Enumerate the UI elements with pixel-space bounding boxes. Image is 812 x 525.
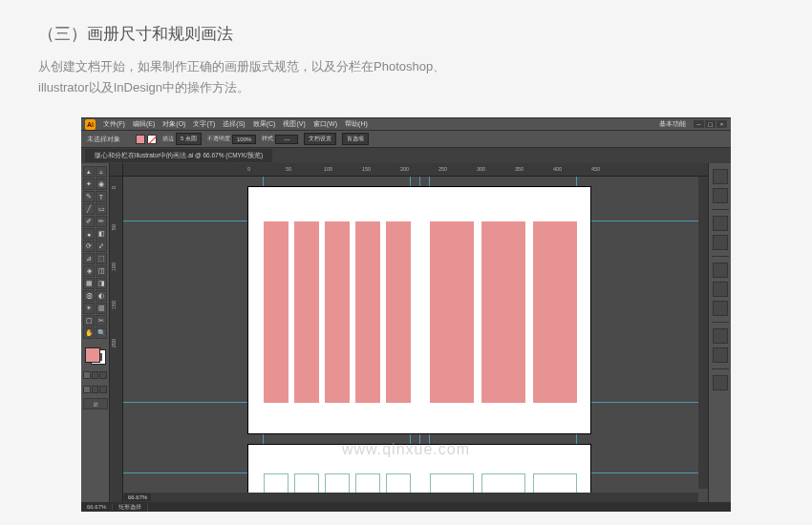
column-shape[interactable] (386, 221, 411, 403)
menu-type[interactable]: 文字(T) (193, 119, 215, 129)
stroke-control[interactable]: 描边 5 点圆 (162, 133, 202, 145)
color-panel-icon[interactable] (713, 169, 728, 184)
panels-dock (708, 163, 731, 502)
line-tool[interactable]: ╱ (83, 203, 95, 215)
gradient-tool[interactable]: ◨ (96, 278, 107, 289)
fill-swatch[interactable] (136, 135, 145, 144)
artboard-1[interactable] (247, 186, 591, 434)
tools-panel: ▴▵ ✦◉ ✎T ╱▭ ✐✏ ●◧ ⟳⤢ ⊿⬚ ◈◫ ▦◨ ⦿◐ ✶▥ ▢✂ ✋… (81, 163, 110, 502)
workspace-preset[interactable]: 基本功能 (659, 119, 686, 129)
vertical-ruler[interactable]: 0 50 100 150 200 (110, 177, 123, 502)
menu-file[interactable]: 文件(F) (103, 119, 125, 129)
opacity-control[interactable]: 不透明度 100% (207, 135, 256, 144)
illustrator-logo-icon: Ai (85, 119, 96, 130)
draw-behind-icon[interactable] (92, 386, 99, 393)
menu-object[interactable]: 对象(O) (162, 119, 185, 129)
gradient-mode-icon[interactable] (92, 371, 99, 379)
width-tool[interactable]: ⊿ (83, 253, 95, 264)
scale-tool[interactable]: ⤢ (96, 241, 107, 252)
eyedropper-tool[interactable]: ⦿ (83, 290, 95, 302)
column-shape[interactable] (264, 221, 288, 403)
swatches-panel-icon[interactable] (713, 188, 728, 203)
graph-tool[interactable]: ▥ (96, 303, 107, 314)
column-shape[interactable] (355, 221, 380, 403)
horizontal-scrollbar[interactable]: 66.67% (123, 493, 698, 502)
document-tab[interactable]: 版心和分栏在illustrator中的画法.ai @ 66.67% (CMYK/… (85, 149, 272, 162)
blob-brush-tool[interactable]: ● (83, 228, 95, 240)
artboard-tool[interactable]: ▢ (83, 315, 95, 326)
transparency-panel-icon[interactable] (713, 301, 728, 316)
menu-window[interactable]: 窗口(W) (313, 119, 337, 129)
pencil-tool[interactable]: ✏ (96, 216, 107, 227)
paintbrush-tool[interactable]: ✐ (83, 216, 95, 227)
screen-mode-button[interactable]: ⎚ (83, 398, 108, 410)
column-shape[interactable] (430, 221, 474, 403)
style-control[interactable]: 样式 — (262, 135, 298, 144)
stroke-swatch[interactable] (147, 135, 157, 144)
rectangle-tool[interactable]: ▭ (96, 203, 107, 215)
hand-tool[interactable]: ✋ (83, 327, 95, 339)
document-tabs: 版心和分栏在illustrator中的画法.ai @ 66.67% (CMYK/… (81, 148, 731, 163)
direct-selection-tool[interactable]: ▵ (96, 166, 107, 178)
type-tool[interactable]: T (96, 191, 107, 202)
perspective-tool[interactable]: ◫ (96, 265, 107, 277)
selection-tool[interactable]: ▴ (83, 166, 95, 178)
rotate-tool[interactable]: ⟳ (83, 241, 95, 252)
menu-select[interactable]: 选择(S) (223, 119, 245, 129)
pen-tool[interactable]: ✎ (83, 191, 95, 202)
slice-tool[interactable]: ✂ (96, 315, 107, 326)
none-mode-icon[interactable] (99, 371, 107, 379)
color-mode-icon[interactable] (83, 371, 91, 379)
eraser-tool[interactable]: ◧ (96, 228, 107, 240)
menubar: Ai 文件(F) 编辑(E) 对象(O) 文字(T) 选择(S) 效果(C) 视… (81, 117, 731, 131)
section-description: 从创建文档开始，如果制作正确的画册版式规范，以及分栏在Photoshop、 il… (38, 56, 774, 98)
blend-tool[interactable]: ◐ (96, 290, 107, 302)
appearance-panel-icon[interactable] (713, 328, 728, 344)
close-icon[interactable]: × (716, 120, 727, 128)
menu-view[interactable]: 视图(V) (283, 119, 305, 129)
fill-color-icon[interactable] (85, 347, 100, 363)
column-shape[interactable] (294, 221, 319, 403)
menu-edit[interactable]: 编辑(E) (133, 119, 155, 129)
selection-status: 未选择对象 (87, 135, 120, 144)
draw-inside-icon[interactable] (99, 386, 107, 393)
section-heading: （三）画册尺寸和规则画法 (38, 23, 774, 45)
shape-builder-tool[interactable]: ◈ (83, 265, 95, 277)
stroke-panel-icon[interactable] (713, 262, 728, 278)
watermark: www.qinxue.com (342, 441, 470, 458)
doc-setup-button[interactable]: 文档设置 (304, 133, 336, 145)
minimize-icon[interactable]: ─ (694, 120, 704, 128)
free-transform-tool[interactable]: ⬚ (96, 253, 107, 264)
status-bar: 66.67% 矩形选择 (81, 502, 731, 512)
column-shape[interactable] (325, 221, 350, 403)
status-tool: 矩形选择 (113, 503, 148, 512)
symbols-panel-icon[interactable] (713, 235, 728, 250)
lasso-tool[interactable]: ◉ (96, 178, 107, 190)
preferences-button[interactable]: 首选项 (342, 133, 369, 145)
mesh-tool[interactable]: ▦ (83, 278, 95, 289)
column-shape[interactable] (481, 221, 525, 403)
draw-normal-icon[interactable] (83, 386, 91, 393)
brushes-panel-icon[interactable] (713, 216, 728, 231)
control-bar: 未选择对象 描边 5 点圆 不透明度 100% 样式 — 文档设置 首选项 (81, 131, 731, 148)
zoom-tool[interactable]: 🔍 (96, 327, 107, 339)
symbol-sprayer-tool[interactable]: ✶ (83, 303, 95, 314)
magic-wand-tool[interactable]: ✦ (83, 178, 95, 190)
horizontal-ruler[interactable]: 0 50 100 150 200 250 300 350 400 450 (123, 163, 708, 177)
ruler-origin[interactable] (110, 163, 123, 177)
column-shape[interactable] (533, 221, 577, 403)
fill-stroke-indicator[interactable] (83, 346, 108, 367)
menu-effect[interactable]: 效果(C) (253, 119, 276, 129)
menu-help[interactable]: 帮助(H) (345, 119, 368, 129)
zoom-level[interactable]: 66.67% (124, 494, 151, 501)
illustrator-window: Ai 文件(F) 编辑(E) 对象(O) 文字(T) 选择(S) 效果(C) 视… (81, 117, 731, 512)
vertical-scrollbar[interactable] (698, 177, 708, 489)
maximize-icon[interactable]: ☐ (705, 120, 716, 128)
status-zoom[interactable]: 66.67% (81, 504, 113, 510)
gradient-panel-icon[interactable] (713, 282, 728, 297)
layers-panel-icon[interactable] (713, 375, 728, 390)
graphic-styles-panel-icon[interactable] (713, 347, 728, 363)
